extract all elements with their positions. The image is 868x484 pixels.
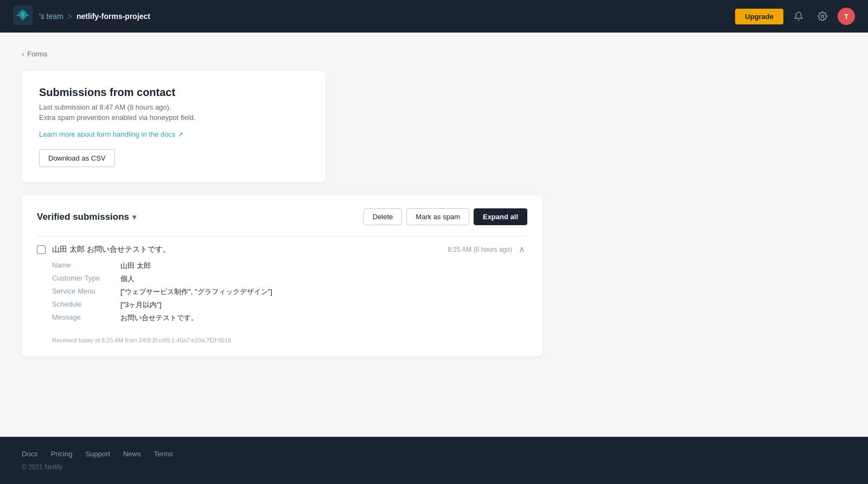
footer-links: DocsPricingSupportNewsTerms xyxy=(22,450,846,458)
notifications-button[interactable] xyxy=(790,8,807,25)
submission-item: 山田 太郎 お問い合せテストです。 8:25 AM (8 hours ago) … xyxy=(37,236,527,343)
gear-icon xyxy=(818,11,827,21)
submission-time: 8:25 AM (8 hours ago) xyxy=(448,246,512,253)
footer-link[interactable]: Docs xyxy=(22,450,38,458)
bell-icon xyxy=(794,11,803,21)
footer: DocsPricingSupportNewsTerms © 2021 Netli… xyxy=(0,437,868,484)
footer-link[interactable]: Terms xyxy=(154,450,173,458)
settings-button[interactable] xyxy=(814,8,831,25)
upgrade-button[interactable]: Upgrade xyxy=(735,9,783,24)
field-value: お問い合せテストです。 xyxy=(120,313,198,323)
field-label: Customer Type xyxy=(52,274,112,284)
netlify-logo xyxy=(13,5,33,27)
submission-field: Service Menu ["ウェブサービス制作", "グラフィックデザイン"] xyxy=(52,287,527,297)
card-title: Submissions from contact xyxy=(39,86,308,99)
docs-link[interactable]: Learn more about form handling in the do… xyxy=(39,130,183,138)
submissions-area: Verified submissions ▾ Delete Mark as sp… xyxy=(22,195,542,356)
submission-field: Name 山田 太郎 xyxy=(52,261,527,271)
topnav-actions: Upgrade T xyxy=(735,8,855,25)
submission-collapse-button[interactable]: ∧ xyxy=(516,244,527,254)
footer-link[interactable]: Support xyxy=(85,450,110,458)
back-to-forms-link[interactable]: ‹ Forms xyxy=(22,50,846,58)
submission-subject: 山田 太郎 お問い合せテストです。 xyxy=(52,245,170,254)
expand-all-button[interactable]: Expand all xyxy=(474,208,527,225)
submission-fields: Name 山田 太郎 Customer Type 個人 Service Menu… xyxy=(52,261,527,323)
submission-checkbox[interactable] xyxy=(37,245,46,254)
user-avatar[interactable]: T xyxy=(838,8,855,25)
field-value: 個人 xyxy=(120,274,135,284)
page-content: ‹ Forms Submissions from contact Last su… xyxy=(0,33,868,437)
svg-rect-2 xyxy=(25,15,28,16)
breadcrumb-separator: > xyxy=(68,12,72,21)
team-name[interactable]: 's team xyxy=(39,12,63,21)
submission-meta-right: 8:25 AM (8 hours ago) ∧ xyxy=(448,244,527,254)
footer-link[interactable]: News xyxy=(123,450,141,458)
submission-field: Customer Type 個人 xyxy=(52,274,527,284)
footer-link[interactable]: Pricing xyxy=(51,450,73,458)
mark-as-spam-button[interactable]: Mark as spam xyxy=(406,208,469,225)
submissions-title-text: Verified submissions xyxy=(37,212,129,222)
submission-field: Schedule ["3ヶ月以内"] xyxy=(52,300,527,310)
submission-list: 山田 太郎 お問い合せテストです。 8:25 AM (8 hours ago) … xyxy=(37,236,527,343)
topnav: 's team > netlify-forms-project Upgrade … xyxy=(0,0,868,33)
submission-summary: 山田 太郎 お問い合せテストです。 8:25 AM (8 hours ago) … xyxy=(52,244,527,254)
field-label: Schedule xyxy=(52,300,112,310)
field-value: 山田 太郎 xyxy=(120,261,151,271)
delete-button[interactable]: Delete xyxy=(363,208,403,225)
submission-received: Received today at 8:25 AM from 240f:3f:c… xyxy=(52,330,527,343)
submission-row: 山田 太郎 お問い合せテストです。 8:25 AM (8 hours ago) … xyxy=(37,244,527,343)
last-submission-text: Last submission at 8:47 AM (8 hours ago)… xyxy=(39,103,308,111)
submissions-header: Verified submissions ▾ Delete Mark as sp… xyxy=(37,208,527,225)
svg-point-3 xyxy=(821,15,824,18)
field-value: ["ウェブサービス制作", "グラフィックデザイン"] xyxy=(120,287,272,297)
project-name[interactable]: netlify-forms-project xyxy=(76,12,150,21)
field-value: ["3ヶ月以内"] xyxy=(120,300,162,310)
submission-field: Message お問い合せテストです。 xyxy=(52,313,527,323)
chevron-left-icon: ‹ xyxy=(22,50,24,58)
footer-copyright: © 2021 Netlify xyxy=(22,463,846,471)
svg-rect-1 xyxy=(17,15,20,16)
back-label: Forms xyxy=(27,50,47,58)
spam-prevention-text: Extra spam prevention enabled via honeyp… xyxy=(39,113,308,122)
field-label: Name xyxy=(52,261,112,271)
download-csv-button[interactable]: Download as CSV xyxy=(39,149,115,167)
submissions-title[interactable]: Verified submissions ▾ xyxy=(37,212,136,222)
form-info-card: Submissions from contact Last submission… xyxy=(22,71,326,182)
breadcrumb-nav: 's team > netlify-forms-project xyxy=(39,12,729,21)
submissions-actions: Delete Mark as spam Expand all xyxy=(363,208,527,225)
submission-main: 山田 太郎 お問い合せテストです。 8:25 AM (8 hours ago) … xyxy=(52,244,527,343)
field-label: Service Menu xyxy=(52,287,112,297)
submissions-dropdown-icon: ▾ xyxy=(132,213,136,221)
field-label: Message xyxy=(52,313,112,323)
